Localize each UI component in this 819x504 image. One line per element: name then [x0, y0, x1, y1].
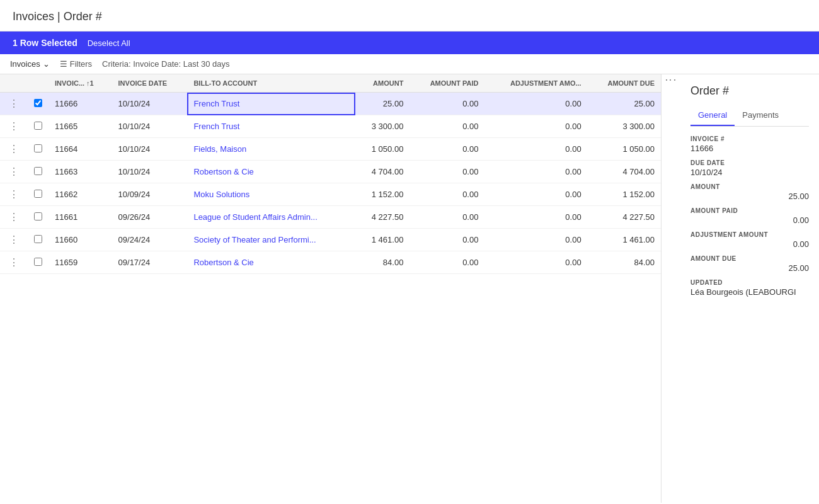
bill-to-cell[interactable]: French Trust	[187, 115, 355, 138]
page-title: Invoices | Order #	[0, 0, 819, 32]
invoices-dropdown[interactable]: Invoices ⌄	[10, 59, 50, 69]
amount-paid-cell: 0.00	[410, 251, 484, 274]
bill-to-link[interactable]: Robertson & Cie	[193, 258, 253, 267]
table-row[interactable]: ⋮1166009/24/24Society of Theater and Per…	[0, 229, 661, 251]
bill-to-cell[interactable]: Moku Solutions	[187, 183, 355, 206]
adjustment-cell: 0.00	[484, 251, 587, 274]
bill-to-cell[interactable]: Society of Theater and Performi...	[187, 229, 355, 251]
amount-paid-label: AMOUNT PAID	[690, 207, 809, 214]
side-panel-tabs: General Payments	[690, 105, 809, 127]
bill-to-link[interactable]: Fields, Maison	[193, 144, 246, 154]
invoice-id-cell: 11665	[49, 115, 112, 138]
due-date-label: DUE DATE	[690, 159, 809, 166]
table-row[interactable]: ⋮1165909/17/24Robertson & Cie84.000.000.…	[0, 251, 661, 274]
invoice-id-cell: 11660	[49, 229, 112, 251]
amount-due-col-header: AMOUNT DUE	[588, 74, 661, 93]
tab-payments[interactable]: Payments	[735, 105, 786, 126]
adjustment-label: ADJUSTMENT AMOUNT	[690, 231, 809, 238]
row-checkbox[interactable]	[34, 144, 42, 152]
row-menu-icon[interactable]: ⋮	[6, 144, 21, 154]
amount-paid-cell: 0.00	[410, 206, 484, 229]
amount-cell: 1 050.00	[355, 138, 410, 161]
row-checkbox[interactable]	[34, 190, 42, 198]
row-checkbox[interactable]	[34, 212, 42, 220]
chevron-down-icon: ⌄	[43, 59, 50, 69]
row-checkbox[interactable]	[34, 258, 42, 266]
filters-button[interactable]: ☰ Filters	[60, 59, 92, 69]
row-checkbox[interactable]	[34, 167, 42, 175]
amount-cell: 25.00	[355, 93, 410, 115]
adjustment-cell: 0.00	[484, 206, 587, 229]
bill-to-cell[interactable]: Fields, Maison	[187, 138, 355, 161]
bill-to-link[interactable]: Moku Solutions	[193, 190, 249, 199]
invoice-col-header: INVOIC... ↑1	[49, 74, 112, 93]
date-col-header: INVOICE DATE	[112, 74, 188, 93]
invoice-date-cell: 09/24/24	[112, 229, 188, 251]
table-row[interactable]: ⋮1166410/10/24Fields, Maison1 050.000.00…	[0, 138, 661, 161]
amount-label: AMOUNT	[690, 183, 809, 190]
tab-general[interactable]: General	[690, 105, 735, 126]
invoice-id-cell: 11663	[49, 161, 112, 183]
row-checkbox[interactable]	[34, 122, 42, 130]
amount-paid-cell: 0.00	[410, 229, 484, 251]
order-panel-title: Order #	[690, 84, 809, 98]
invoice-id-cell: 11666	[49, 93, 112, 115]
row-menu-icon[interactable]: ⋮	[6, 98, 21, 109]
amount-value: 25.00	[690, 192, 809, 201]
invoice-date-cell: 10/09/24	[112, 183, 188, 206]
amount-paid-cell: 0.00	[410, 138, 484, 161]
amount-paid-cell: 0.00	[410, 161, 484, 183]
bill-to-cell[interactable]: Robertson & Cie	[187, 251, 355, 274]
bill-to-cell[interactable]: French Trust	[187, 93, 355, 115]
amount-paid-cell: 0.00	[410, 93, 484, 115]
bill-to-cell[interactable]: Robertson & Cie	[187, 161, 355, 183]
table-row[interactable]: ⋮1166510/10/24French Trust3 300.000.000.…	[0, 115, 661, 138]
row-menu-icon[interactable]: ⋮	[6, 257, 21, 268]
row-checkbox[interactable]	[34, 99, 42, 107]
invoice-id-cell: 11659	[49, 251, 112, 274]
row-menu-icon[interactable]: ⋮	[6, 121, 21, 132]
criteria-label: Criteria: Invoice Date: Last 30 days	[102, 59, 229, 69]
bill-to-col-header: BILL-TO ACCOUNT	[187, 74, 355, 93]
bill-to-cell[interactable]: League of Student Affairs Admin...	[187, 206, 355, 229]
table-row[interactable]: ⋮1166610/10/24French Trust25.000.000.002…	[0, 93, 661, 115]
amount-paid-value: 0.00	[690, 215, 809, 225]
table-row[interactable]: ⋮1166109/26/24League of Student Affairs …	[0, 206, 661, 229]
deselect-all-button[interactable]: Deselect All	[88, 38, 130, 48]
adjustment-cell: 0.00	[484, 161, 587, 183]
amount-cell: 1 461.00	[355, 229, 410, 251]
amount-due-cell: 1 050.00	[588, 138, 661, 161]
table-row[interactable]: ⋮1166210/09/24Moku Solutions1 152.000.00…	[0, 183, 661, 206]
bill-to-link[interactable]: Society of Theater and Performi...	[193, 235, 316, 244]
row-selected-text: 1 Row Selected	[13, 38, 77, 48]
row-menu-icon[interactable]: ⋮	[6, 234, 21, 245]
checkbox-col-header	[28, 74, 49, 93]
amount-due-cell: 1 152.00	[588, 183, 661, 206]
row-menu-icon[interactable]: ⋮	[6, 189, 21, 200]
bill-to-link[interactable]: Robertson & Cie	[193, 167, 253, 176]
row-menu-icon[interactable]: ⋮	[6, 212, 21, 222]
invoice-date-cell: 10/10/24	[112, 93, 188, 115]
bill-to-link[interactable]: French Trust	[193, 99, 239, 108]
invoices-table-area: INVOIC... ↑1 INVOICE DATE BILL-TO ACCOUN…	[0, 74, 662, 503]
amount-col-header: AMOUNT	[355, 74, 410, 93]
adjustment-col-header: ADJUSTMENT AMO...	[484, 74, 587, 93]
invoice-number-value: 11666	[690, 144, 809, 153]
bill-to-link[interactable]: League of Student Affairs Admin...	[193, 212, 317, 222]
invoice-date-cell: 10/10/24	[112, 161, 188, 183]
row-checkbox[interactable]	[34, 235, 42, 243]
amount-due-cell: 1 461.00	[588, 229, 661, 251]
bill-to-link[interactable]: French Trust	[193, 122, 239, 131]
side-dots[interactable]: ⋮	[662, 74, 680, 503]
invoice-date-cell: 10/10/24	[112, 115, 188, 138]
table-row[interactable]: ⋮1166310/10/24Robertson & Cie4 704.000.0…	[0, 161, 661, 183]
amount-cell: 84.00	[355, 251, 410, 274]
invoices-label: Invoices	[10, 59, 40, 69]
amount-cell: 1 152.00	[355, 183, 410, 206]
side-panel: Order # General Payments INVOICE # 11666…	[680, 74, 819, 503]
updated-label: UPDATED	[690, 279, 809, 286]
row-menu-icon[interactable]: ⋮	[6, 166, 21, 177]
amount-due-value: 25.00	[690, 263, 809, 273]
amount-cell: 3 300.00	[355, 115, 410, 138]
amount-paid-col-header: AMOUNT PAID	[410, 74, 484, 93]
